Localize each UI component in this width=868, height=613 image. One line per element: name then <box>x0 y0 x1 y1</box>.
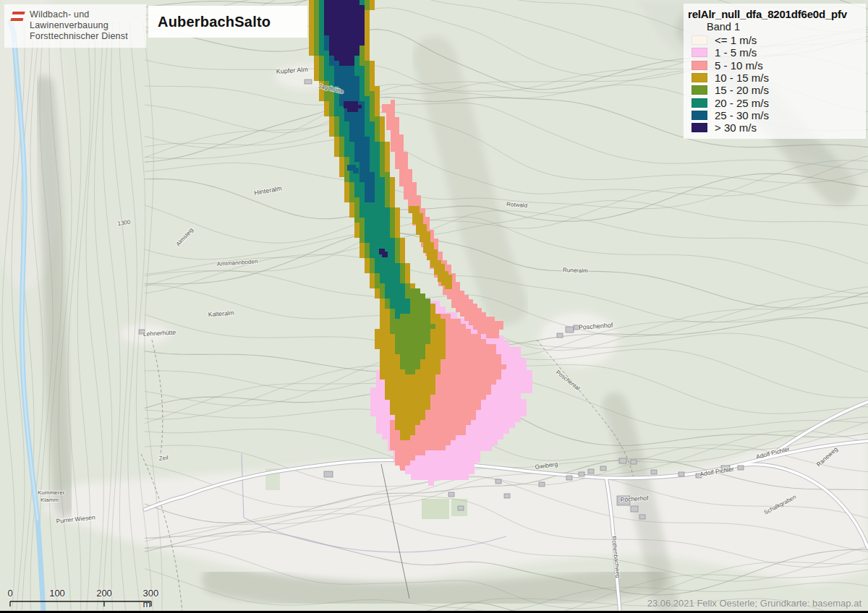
legend-item-label: > 30 m/s <box>715 121 757 134</box>
map-place-label: Zeil <box>158 455 169 462</box>
legend-swatch <box>692 85 707 95</box>
legend-swatch <box>692 35 707 45</box>
legend-panel: relAlr_null_dfa_8201df6e0d_pfv Band 1 <=… <box>684 4 866 139</box>
legend-band-label: Band 1 <box>707 21 861 33</box>
legend-swatch <box>692 98 707 108</box>
scalebar: 0100200300 m <box>3 588 176 612</box>
map-export-page: Kupfer AlmJagdhütteHinteralm1300Almsteig… <box>0 0 868 613</box>
legend-item-label: 15 - 20 m/s <box>715 84 769 96</box>
legend-item: 1 - 5 m/s <box>688 46 861 59</box>
legend-swatch <box>692 61 707 70</box>
legend-item: 20 - 25 m/s <box>688 96 861 108</box>
legend-item: 5 - 10 m/s <box>688 59 861 72</box>
map-place-label: Klamm <box>41 497 59 503</box>
map-title: AuberbachSalto <box>148 14 271 30</box>
legend-item-label: 25 - 30 m/s <box>715 109 769 121</box>
legend-item-label: 1 - 5 m/s <box>715 46 757 59</box>
scalebar-line <box>3 600 176 610</box>
agency-line-1: Wildbach- und <box>30 9 90 20</box>
legend-swatch <box>692 73 707 82</box>
map-place-label: Kummerer <box>38 489 65 496</box>
map-place-label: Pöcherhof <box>621 494 650 503</box>
legend-item-label: 20 - 25 m/s <box>715 97 769 109</box>
legend-swatch <box>692 48 707 57</box>
austrian-flag-icon <box>10 12 25 21</box>
legend-item: 10 - 15 m/s <box>688 72 861 84</box>
legend-title: relAlr_null_dfa_8201df6e0d_pfv <box>688 8 861 20</box>
agency-name: Wildbach- und Lawinenverbauung Forsttech… <box>30 9 128 42</box>
legend-item: 15 - 20 m/s <box>688 84 861 96</box>
legend-swatch <box>692 111 707 120</box>
legend-item-label: 5 - 10 m/s <box>715 59 763 72</box>
agency-line-2: Lawinenverbauung <box>30 20 109 30</box>
agency-branding-panel: Wildbach- und Lawinenverbauung Forsttech… <box>4 4 146 48</box>
scalebar-label: 100 <box>49 588 65 599</box>
legend-item: 25 - 30 m/s <box>688 109 861 121</box>
legend-item: <= 1 m/s <box>688 34 861 46</box>
attribution: 23.06.2021 Felix Oesterle; Grundkarte: b… <box>647 598 861 609</box>
agency-line-3: Forsttechnischer Dienst <box>30 31 128 41</box>
legend-item: > 30 m/s <box>688 121 861 134</box>
legend-item-label: 10 - 15 m/s <box>715 72 769 84</box>
legend-items: <= 1 m/s1 - 5 m/s5 - 10 m/s10 - 15 m/s15… <box>688 34 861 134</box>
map-title-panel: AuberbachSalto <box>148 6 307 38</box>
scalebar-label: 0 <box>7 588 12 599</box>
map-place-label: Runeralm <box>563 267 588 274</box>
legend-item-label: <= 1 m/s <box>715 34 757 46</box>
scalebar-label: 200 <box>96 588 112 599</box>
legend-swatch <box>692 123 707 132</box>
